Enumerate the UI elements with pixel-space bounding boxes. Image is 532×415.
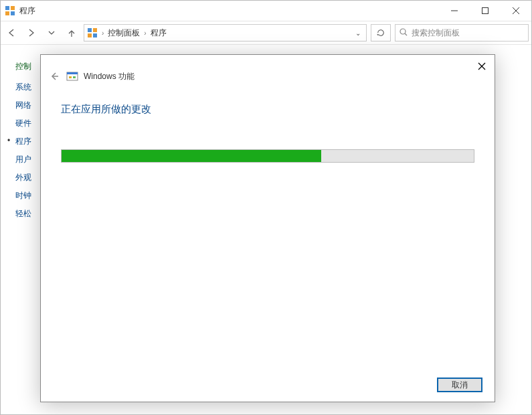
search-placeholder: 搜索控制面板 <box>412 27 460 39</box>
control-panel-icon <box>87 27 98 38</box>
cancel-button[interactable]: 取消 <box>437 378 482 392</box>
svg-rect-10 <box>93 28 97 32</box>
svg-rect-9 <box>88 28 92 32</box>
window-controls <box>439 1 531 21</box>
window-title: 程序 <box>19 5 35 17</box>
svg-rect-2 <box>5 11 9 15</box>
chevron-right-icon: › <box>143 29 147 37</box>
navbar: › 控制面板 › 程序 ⌄ 搜索控制面板 <box>1 21 531 45</box>
dialog-footer: 取消 <box>437 378 482 392</box>
breadcrumb-dropdown-icon[interactable]: ⌄ <box>353 29 363 37</box>
progress-bar <box>61 149 474 163</box>
svg-rect-0 <box>5 6 9 10</box>
dialog-title: Windows 功能 <box>84 71 135 82</box>
windows-features-icon <box>66 70 78 82</box>
chevron-right-icon: › <box>100 29 105 37</box>
close-button[interactable] <box>501 1 531 21</box>
svg-rect-12 <box>93 33 97 37</box>
app-icon <box>5 5 15 16</box>
svg-rect-5 <box>482 8 489 14</box>
dialog-close-button[interactable] <box>476 60 488 72</box>
windows-features-dialog: Windows 功能 正在应用所做的更改 取消 <box>40 54 495 402</box>
status-text: 正在应用所做的更改 <box>61 103 474 116</box>
maximize-button[interactable] <box>470 1 501 21</box>
search-icon <box>400 28 408 38</box>
nav-back-button[interactable] <box>3 25 19 41</box>
dialog-back-icon[interactable] <box>48 70 61 83</box>
minimize-button[interactable] <box>439 1 470 21</box>
titlebar: 程序 <box>1 1 531 21</box>
nav-recent-dropdown[interactable] <box>43 25 60 41</box>
dialog-body: 正在应用所做的更改 <box>41 83 495 163</box>
breadcrumb[interactable]: › 控制面板 › 程序 ⌄ <box>84 24 367 42</box>
svg-rect-20 <box>69 76 72 78</box>
refresh-button[interactable] <box>371 24 391 42</box>
breadcrumb-item[interactable]: 程序 <box>151 27 167 39</box>
progress-fill <box>62 150 321 162</box>
svg-point-13 <box>400 29 406 34</box>
svg-rect-1 <box>11 6 15 10</box>
dialog-header: Windows 功能 <box>41 55 495 83</box>
svg-rect-19 <box>67 72 78 74</box>
svg-rect-11 <box>88 33 92 37</box>
svg-line-14 <box>405 33 407 35</box>
nav-up-button[interactable] <box>64 25 80 41</box>
svg-rect-3 <box>11 11 15 15</box>
breadcrumb-item[interactable]: 控制面板 <box>108 27 140 39</box>
nav-forward-button[interactable] <box>23 25 39 41</box>
svg-rect-21 <box>73 76 76 78</box>
search-input[interactable]: 搜索控制面板 <box>395 24 529 42</box>
